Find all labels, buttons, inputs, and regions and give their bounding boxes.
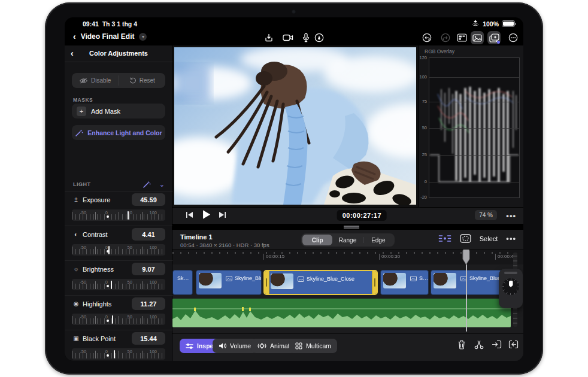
brightness-icon: ☼	[72, 266, 80, 272]
panel-header: ‹ Color Adjustments	[65, 45, 172, 62]
title-chevron-down-icon[interactable]: ▾	[139, 33, 147, 41]
tick-label: 0	[105, 314, 108, 320]
black-point-slider[interactable]: -50 0 50 100	[72, 348, 165, 360]
video-scope-panel: RGB Overlay 120 100 75 50 25 0 -20	[418, 45, 523, 207]
tick-label: 50	[128, 245, 132, 250]
timeline-panel: Timeline 1 00:54 · 3840 × 2160 · HDR · 3…	[172, 230, 523, 361]
disable-button[interactable]: Disable	[72, 73, 119, 88]
skip-forward-icon[interactable]	[218, 211, 226, 220]
add-mask-label: Add Mask	[91, 108, 120, 115]
markup-pencil-icon[interactable]	[313, 31, 326, 44]
viewer-more-icon[interactable]: •••	[506, 211, 516, 220]
skip-back-icon[interactable]	[186, 211, 194, 220]
import-icon[interactable]	[262, 31, 275, 44]
clip-thumbnail	[434, 273, 456, 288]
jog-drag-handle[interactable]	[504, 272, 517, 274]
timecode-display[interactable]: 00:00:27:17	[337, 210, 387, 221]
battery-icon	[502, 20, 515, 27]
insert-clip-icon[interactable]	[492, 340, 502, 350]
viewer-panel	[172, 45, 418, 207]
tick-label: 0	[105, 279, 108, 285]
playhead-line[interactable]	[466, 264, 467, 332]
camera-icon[interactable]	[281, 31, 295, 44]
plus-icon: +	[77, 107, 86, 116]
battery-percent: 100%	[483, 20, 499, 28]
enhance-label: Enhance Light and Color	[87, 129, 162, 136]
play-button[interactable]	[201, 209, 211, 221]
clip-name: Skyline_Blue_Backgroun	[469, 275, 502, 281]
masks-section-label: MASKS	[73, 97, 93, 103]
clip-name: Sk…	[177, 275, 189, 281]
photo-icon	[226, 276, 232, 281]
brightness-value-field[interactable]: 9.07	[132, 263, 165, 275]
exposure-icon: ±	[72, 196, 80, 203]
slider-row-black-point: ▣ Black Point 15.44 -50 0 50 100	[65, 330, 172, 361]
timeline-resize-handle[interactable]	[344, 226, 359, 229]
highlights-icon: ◉	[72, 300, 80, 307]
clock-date: 09:41 Th 3 1 thg 4	[83, 20, 137, 28]
tick-label: 0	[105, 210, 108, 215]
mode-clip[interactable]: Clip	[302, 235, 332, 245]
enhance-light-color-button[interactable]: Enhance Light and Color	[72, 125, 165, 140]
light-wand-icon[interactable]	[143, 180, 151, 188]
back-chevron-icon[interactable]: ‹	[73, 32, 76, 41]
magnetic-timeline-icon[interactable]	[438, 234, 451, 243]
tick-label: 100	[149, 279, 157, 285]
highlights-slider[interactable]: -50 0 50 100	[72, 314, 165, 325]
viewer-photo-icon[interactable]	[471, 31, 484, 44]
reset-label: Reset	[140, 77, 155, 84]
slider-row-highlights: ◉ Highlights 11.27 -50 0 50 100	[65, 295, 172, 330]
exposure-slider[interactable]: -50 0 50 100	[72, 209, 165, 221]
undo-icon[interactable]	[420, 31, 434, 44]
mode-edge[interactable]: Edge	[363, 235, 393, 245]
audio-track[interactable]	[172, 299, 511, 327]
brightness-slider[interactable]: -50 0 50 100	[72, 279, 165, 290]
microphone-icon[interactable]	[299, 31, 313, 44]
timeline-clip[interactable]: S…	[380, 270, 429, 295]
clip-append-icon[interactable]	[460, 234, 471, 243]
ruler-label: 00:00:15	[263, 254, 284, 260]
clip-name: Skyline_Blue_Wide	[235, 275, 262, 281]
timeline-clip-selected[interactable]: Skyline_Blue_Close	[263, 270, 378, 295]
contrast-value-field[interactable]: 4.41	[132, 228, 165, 241]
add-mask-button[interactable]: + Add Mask	[72, 104, 165, 118]
more-circle-icon[interactable]	[507, 31, 520, 44]
viewer-zoom-level[interactable]: 74 %	[475, 210, 497, 220]
trash-icon[interactable]	[457, 340, 466, 351]
exposure-value-field[interactable]: 45.59	[132, 193, 165, 206]
clip-name: Skyline_Blue_Close	[307, 276, 354, 282]
timeline-clip[interactable]: Skyline_Blue_Wide	[196, 270, 262, 295]
slider-row-brightness: ☼ Brightness 9.07 -50 0 50 100	[65, 260, 172, 295]
project-title[interactable]: Video Final Edit	[81, 32, 135, 41]
contrast-slider[interactable]: -50 0 50 100	[72, 244, 165, 256]
timeline-ruler[interactable]: 00:00:15 00:00:30 00:00:45	[172, 249, 523, 264]
media-browser-icon[interactable]	[455, 31, 468, 44]
photo-icon	[410, 276, 417, 281]
inspect-sliders-icon	[186, 343, 193, 349]
multicam-button[interactable]: Multicam	[289, 339, 337, 353]
contrast-icon: ◐	[72, 231, 80, 238]
scope-axis-label: 120	[417, 55, 427, 60]
scissors-icon[interactable]	[474, 340, 484, 351]
timeline-name[interactable]: Timeline 1	[180, 233, 213, 241]
effects-icon[interactable]	[487, 31, 501, 44]
redo-icon[interactable]	[439, 31, 452, 44]
volume-button[interactable]: Volume	[213, 339, 257, 353]
volume-label: Volume	[230, 342, 251, 349]
timeline-clip[interactable]: Sk…	[172, 270, 193, 295]
viewer-video-frame[interactable]	[174, 47, 416, 205]
reset-button[interactable]: Reset	[119, 73, 166, 88]
playhead-handle[interactable]	[462, 250, 471, 265]
light-collapse-chevron-icon[interactable]: ⌄	[159, 181, 165, 188]
jog-wheel-panel[interactable]	[499, 269, 523, 308]
mode-range[interactable]: Range	[332, 235, 362, 245]
ruler-label: 00:00:30	[379, 254, 400, 260]
ipad-device-frame: 09:41 Th 3 1 thg 4 100% ‹ Video Final Ed…	[45, 2, 543, 375]
timeline-more-icon[interactable]: •••	[506, 234, 516, 243]
slider-row-contrast: ◐ Contrast 4.41 -50 0 50 100	[65, 226, 172, 260]
highlights-value-field[interactable]: 11.27	[132, 297, 165, 310]
speaker-icon	[219, 342, 226, 349]
front-camera	[292, 10, 296, 14]
black-point-value-field[interactable]: 15.44	[132, 332, 165, 345]
select-button[interactable]: Select	[480, 235, 498, 242]
